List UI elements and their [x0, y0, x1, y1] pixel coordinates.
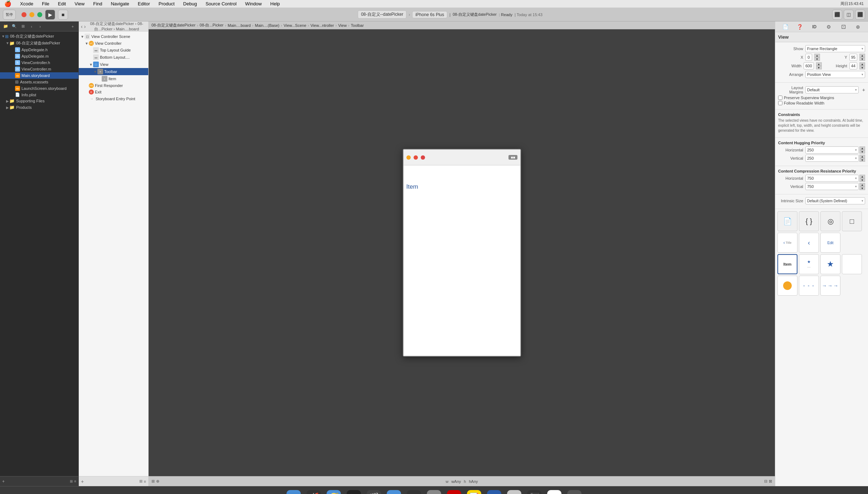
toggle-toolbar[interactable]: ▼ — [93, 70, 97, 74]
hugging-h-stepper[interactable]: ▲ ▼ — [859, 146, 865, 154]
canvas-bottom-icon2[interactable]: ⊕ — [156, 479, 159, 484]
debug-toggle[interactable]: ◫ — [844, 10, 854, 20]
tile-target[interactable]: ◎ — [820, 211, 840, 231]
bc-picker[interactable]: 08-自...Picker — [200, 23, 224, 28]
menu-editor[interactable]: Editor — [136, 1, 151, 6]
tile-back-btn[interactable]: ‹ — [799, 233, 819, 253]
tree-viewcontroller-h[interactable]: h ViewController.h — [0, 59, 78, 66]
folder-icon[interactable]: 📁 — [2, 23, 9, 30]
canvas-fit-icon[interactable]: ⊠ — [769, 479, 772, 484]
menu-find[interactable]: Find — [92, 1, 103, 6]
navigator-toggle[interactable]: ⬛ — [832, 10, 842, 20]
canvas-zoom-icon[interactable]: ⊟ — [764, 479, 767, 484]
filter-icon[interactable]: ⊞ — [19, 23, 26, 30]
toggle-vc-scene[interactable]: ▼ — [80, 35, 85, 39]
outline-top-layout[interactable]: ▬ Top Layout Guide — [79, 47, 148, 54]
tile-item[interactable]: Item — [777, 254, 797, 274]
bc-scene[interactable]: View...Scene — [284, 23, 306, 28]
dock-terminal2[interactable]: ⬛ — [526, 489, 543, 494]
dock-photo-app[interactable]: 📷 — [566, 489, 583, 494]
outline-toolbar-item[interactable]: ▼ ≡ Toolbar — [79, 68, 148, 75]
filter-bottom-icon[interactable]: ⊞ — [70, 479, 73, 483]
hugging-v-inc[interactable]: ▲ — [859, 155, 865, 158]
dock-mouse[interactable]: 🖱 — [345, 489, 362, 494]
nav-forward[interactable]: › — [37, 23, 44, 30]
connections-inspector-icon[interactable]: ⊕ — [854, 23, 862, 31]
toggle-vc[interactable]: ▼ — [85, 42, 89, 45]
follow-readable-row[interactable]: Follow Readable Width — [778, 101, 865, 105]
y-input[interactable]: 95 — [849, 54, 857, 61]
preserve-margins-checkbox[interactable] — [778, 96, 782, 100]
sort-icon[interactable]: ≡ — [74, 479, 76, 483]
dock-app1[interactable]: P — [445, 489, 463, 494]
x-increment[interactable]: ▲ — [814, 54, 820, 57]
identity-inspector-icon[interactable]: ID — [810, 23, 819, 31]
width-increment[interactable]: ▲ — [816, 62, 822, 66]
device-content[interactable]: Item — [404, 165, 520, 356]
toggle-view[interactable]: ▼ — [89, 63, 93, 67]
tile-circle[interactable]: { } — [799, 211, 819, 231]
suspend-button[interactable]: 暂停 — [3, 10, 16, 20]
device-frame[interactable]: ■■ Item — [403, 149, 521, 357]
outline-view[interactable]: ▼ □ View — [79, 61, 148, 68]
bc-base[interactable]: Main....(Base) — [255, 23, 279, 28]
height-decrement[interactable]: ▼ — [859, 66, 865, 69]
menu-view[interactable]: View — [73, 1, 86, 6]
add-bottom-icon[interactable]: + — [2, 479, 5, 484]
x-stepper[interactable]: ▲ ▼ — [814, 54, 820, 61]
x-input[interactable]: 0 — [805, 54, 812, 61]
tree-group-main[interactable]: ▼ 📁 08-自定义键盘datePicker — [0, 40, 78, 47]
y-increment[interactable]: ▲ — [859, 54, 865, 57]
tree-main-storyboard[interactable]: sb Main.storyboard — [0, 72, 78, 79]
tile-stars[interactable]: ★ ··· — [799, 254, 819, 274]
tree-supporting-files[interactable]: ▶ 📁 Supporting Files — [0, 98, 78, 104]
tree-appdelegate-h[interactable]: h AppDelegate.h — [0, 47, 78, 53]
file-inspector-icon[interactable]: 📄 — [781, 23, 790, 31]
dock-photo-viewer[interactable]: 🎬 — [365, 489, 382, 494]
tile-file[interactable]: 📄 — [777, 211, 797, 231]
width-stepper[interactable]: ▲ ▼ — [816, 62, 822, 69]
dock-system-prefs[interactable]: ⚙ — [425, 489, 443, 494]
tile-dashed1[interactable]: - - - — [799, 276, 819, 296]
comp-h-inc[interactable]: ▲ — [859, 175, 865, 178]
show-select[interactable]: Frame Rectangle ▾ — [805, 45, 865, 52]
size-inspector-icon[interactable]: ⊡ — [839, 23, 848, 31]
outline-vc-scene[interactable]: ▼ ⊡ View Controller Scene — [79, 33, 148, 40]
toggle-project[interactable]: ▼ — [1, 34, 5, 38]
hugging-v-stepper[interactable]: ▲ ▼ — [859, 155, 865, 162]
size-indicator-h[interactable]: h — [464, 479, 466, 484]
hugging-horizontal-select[interactable]: 250 ▾ — [805, 146, 859, 154]
dock-terminal[interactable]: >_ — [405, 489, 423, 494]
x-decrement[interactable]: ▼ — [814, 57, 820, 61]
outline-entry-point[interactable]: → Storyboard Entry Point — [79, 95, 148, 102]
comp-h-stepper[interactable]: ▲ ▼ — [859, 175, 865, 182]
traffic-light-minimize[interactable] — [29, 12, 34, 17]
tree-viewcontroller-m[interactable]: m ViewController.m — [0, 66, 78, 72]
outline-vc[interactable]: ▼ VC View Controller — [79, 40, 148, 47]
toggle-supporting[interactable]: ▶ — [6, 99, 9, 103]
dock-notes[interactable]: 📝 — [466, 489, 483, 494]
canvas-bottom-icon1[interactable]: ⊞ — [151, 479, 155, 484]
add-constraint-icon[interactable]: + — [862, 87, 865, 93]
tree-project-root[interactable]: ▼ ⊞ 08-自定义键盘datePicker — [0, 33, 78, 40]
outline-first-responder[interactable]: FR First Responder — [79, 82, 148, 89]
tree-appdelegate-m[interactable]: m AppDelegate.m — [0, 53, 78, 59]
width-input[interactable]: 600 — [804, 62, 814, 69]
canvas[interactable]: ■■ Item — [149, 29, 775, 476]
size-indicator-w[interactable]: w — [445, 479, 448, 484]
nav-back[interactable]: ‹ — [28, 23, 35, 30]
traffic-light-close[interactable] — [21, 12, 26, 17]
inspector-toggle[interactable]: ⬛ — [855, 10, 865, 20]
comp-v-inc[interactable]: ▲ — [859, 183, 865, 187]
outline-back[interactable]: ‹ — [81, 24, 83, 29]
y-decrement[interactable]: ▼ — [859, 57, 865, 61]
dock-safari[interactable]: 🧭 — [325, 489, 342, 494]
menu-navigate[interactable]: Navigate — [109, 1, 130, 6]
bc-project[interactable]: 08-自定义键盘datePicker — [151, 23, 196, 28]
dock-word[interactable]: W — [486, 489, 503, 494]
stop-button[interactable]: ■ — [58, 10, 68, 20]
outline-bottom-layout[interactable]: ▬ Bottom Layout.... — [79, 54, 148, 61]
height-increment[interactable]: ▲ — [859, 62, 865, 66]
hugging-h-inc[interactable]: ▲ — [859, 146, 865, 150]
menu-file[interactable]: File — [40, 1, 51, 6]
